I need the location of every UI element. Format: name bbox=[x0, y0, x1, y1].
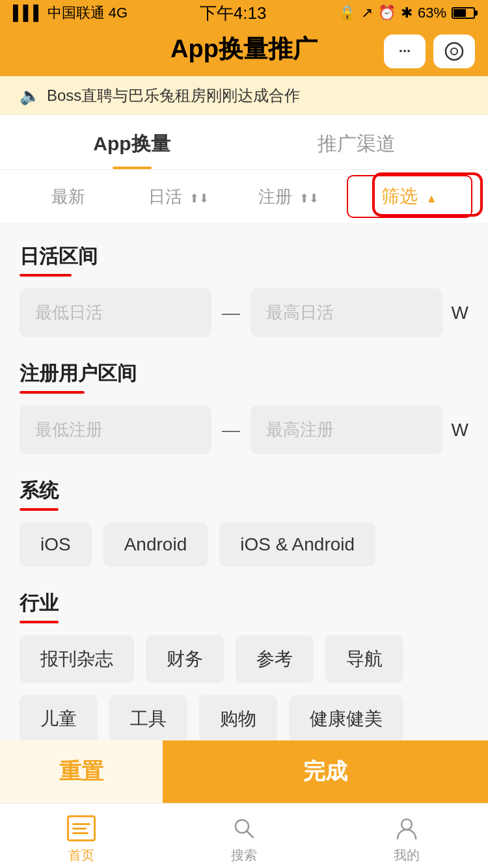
speaker-icon: 🔈 bbox=[20, 86, 40, 106]
register-min-input[interactable]: 最低注册 bbox=[20, 405, 211, 454]
daily-underline bbox=[20, 274, 72, 277]
sort-register[interactable]: 注册 ⬆⬇ bbox=[234, 172, 344, 221]
nav-home-label: 首页 bbox=[68, 847, 94, 864]
system-tags: iOS Android iOS & Android bbox=[20, 522, 468, 567]
location-icon: ↗ bbox=[361, 5, 373, 21]
nav-profile[interactable]: 我的 bbox=[325, 807, 488, 864]
bluetooth-icon: ✱ bbox=[401, 5, 413, 21]
nav-search-label: 搜索 bbox=[231, 847, 257, 864]
register-range-row: 最低注册 — 最高注册 W bbox=[20, 405, 468, 454]
battery-icon bbox=[452, 7, 475, 19]
register-range-label: 注册用户区间 bbox=[20, 360, 137, 387]
register-max-input[interactable]: 最高注册 bbox=[251, 405, 442, 454]
range-dash-1: — bbox=[211, 303, 251, 323]
status-left: ▌▌▌ 中国联通 4G bbox=[13, 3, 128, 23]
tag-shopping[interactable]: 购物 bbox=[199, 695, 277, 743]
tag-reference[interactable]: 参考 bbox=[236, 635, 314, 683]
register-arrow: ⬆⬇ bbox=[299, 192, 319, 205]
nav-home[interactable]: 首页 bbox=[0, 807, 163, 864]
battery-percent: 63% bbox=[418, 5, 446, 21]
bottom-buttons: 重置 完成 bbox=[0, 740, 488, 803]
industry-underline bbox=[20, 621, 59, 623]
daily-range-section: 日活区间 最低日活 — 最高日活 W bbox=[20, 243, 468, 337]
tag-finance[interactable]: 财务 bbox=[146, 635, 224, 683]
nav-profile-label: 我的 bbox=[394, 847, 420, 864]
header: App换量推广 ··· bbox=[0, 26, 488, 76]
sort-latest[interactable]: 最新 bbox=[13, 172, 124, 221]
home-icon bbox=[67, 814, 96, 843]
system-label: 系统 bbox=[20, 478, 59, 504]
status-right: 🔒 ↗ ⏰ ✱ 63% bbox=[338, 5, 475, 21]
sort-row-wrapper: 最新 日活 ⬆⬇ 注册 ⬆⬇ 筛选 ▲ bbox=[0, 170, 488, 224]
tabs: App换量 推广渠道 bbox=[0, 115, 488, 170]
tag-health[interactable]: 健康健美 bbox=[289, 695, 403, 743]
page-title: App换量推广 bbox=[170, 33, 318, 66]
status-bar: ▌▌▌ 中国联通 4G 下午4:13 🔒 ↗ ⏰ ✱ 63% bbox=[0, 0, 488, 26]
daily-arrow: ⬆⬇ bbox=[189, 192, 209, 205]
time: 下午4:13 bbox=[200, 2, 267, 25]
profile-icon bbox=[392, 814, 421, 843]
tag-android[interactable]: Android bbox=[103, 522, 208, 567]
daily-range-label: 日活区间 bbox=[20, 243, 98, 270]
tag-navigation[interactable]: 导航 bbox=[325, 635, 403, 683]
register-unit: W bbox=[452, 420, 468, 441]
daily-range-row: 最低日活 — 最高日活 W bbox=[20, 288, 468, 337]
filter-arrow: ▲ bbox=[426, 192, 437, 205]
system-section: 系统 iOS Android iOS & Android bbox=[20, 478, 468, 567]
svg-point-4 bbox=[401, 819, 412, 830]
search-icon bbox=[230, 814, 258, 843]
scan-icon bbox=[444, 41, 465, 62]
carrier: 中国联通 bbox=[47, 3, 105, 23]
notice-bar: 🔈 Boss直聘与巴乐兔租房刚刚达成合作 bbox=[0, 76, 488, 115]
register-underline bbox=[20, 391, 85, 394]
tag-tools[interactable]: 工具 bbox=[109, 695, 187, 743]
signal-icon: ▌▌▌ bbox=[13, 5, 44, 21]
header-actions: ··· bbox=[384, 34, 475, 68]
range-dash-2: — bbox=[211, 420, 251, 441]
tag-magazine[interactable]: 报刊杂志 bbox=[20, 635, 134, 683]
notice-text: Boss直聘与巴乐兔租房刚刚达成合作 bbox=[47, 85, 300, 106]
lock-icon: 🔒 bbox=[338, 5, 356, 21]
more-button[interactable]: ··· bbox=[384, 34, 426, 68]
tab-exchange[interactable]: App换量 bbox=[20, 115, 244, 169]
daily-unit: W bbox=[452, 303, 468, 323]
system-underline bbox=[20, 508, 59, 511]
filter-button[interactable]: 筛选 ▲ bbox=[347, 175, 473, 218]
daily-max-input[interactable]: 最高日活 bbox=[251, 288, 442, 337]
done-button[interactable]: 完成 bbox=[163, 740, 488, 803]
bottom-nav: 首页 搜索 我的 bbox=[0, 803, 488, 868]
daily-min-input[interactable]: 最低日活 bbox=[20, 288, 211, 337]
sort-daily[interactable]: 日活 ⬆⬇ bbox=[124, 172, 234, 221]
reset-button[interactable]: 重置 bbox=[0, 740, 163, 803]
nav-search[interactable]: 搜索 bbox=[163, 807, 325, 864]
svg-point-0 bbox=[446, 43, 463, 60]
network-type: 4G bbox=[109, 5, 128, 21]
alarm-icon: ⏰ bbox=[378, 5, 396, 21]
svg-line-3 bbox=[247, 831, 253, 837]
tag-ios-android[interactable]: iOS & Android bbox=[219, 522, 375, 567]
tab-channel[interactable]: 推广渠道 bbox=[244, 115, 468, 169]
scan-button[interactable] bbox=[433, 34, 475, 68]
tag-ios[interactable]: iOS bbox=[20, 522, 92, 567]
tag-children[interactable]: 儿童 bbox=[20, 695, 98, 743]
industry-label: 行业 bbox=[20, 590, 59, 617]
svg-point-1 bbox=[451, 48, 457, 55]
register-range-section: 注册用户区间 最低注册 — 最高注册 W bbox=[20, 360, 468, 454]
sort-row: 最新 日活 ⬆⬇ 注册 ⬆⬇ 筛选 ▲ bbox=[0, 170, 488, 224]
